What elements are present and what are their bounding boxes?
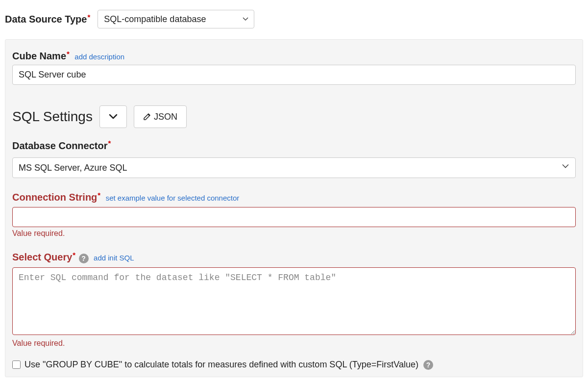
- set-example-value-link[interactable]: set example value for selected connector: [106, 194, 240, 202]
- json-button-label: JSON: [154, 112, 177, 122]
- connection-string-error: Value required.: [12, 229, 576, 238]
- required-star: *: [87, 13, 90, 21]
- required-star: *: [67, 50, 70, 58]
- connection-string-row: Connection String* set example value for…: [12, 191, 576, 238]
- connection-string-input[interactable]: [12, 207, 576, 227]
- data-source-type-row: Data Source Type* SQL-compatible databas…: [5, 10, 583, 28]
- select-query-textarea[interactable]: [12, 267, 576, 335]
- data-source-type-select[interactable]: SQL-compatible database: [98, 10, 254, 28]
- help-icon[interactable]: ?: [79, 254, 89, 263]
- connector-select-wrap: MS SQL Server, Azure SQL: [12, 155, 576, 178]
- cube-name-input[interactable]: [12, 65, 576, 85]
- group-by-cube-checkbox[interactable]: [12, 361, 21, 369]
- pencil-icon: [143, 113, 151, 121]
- group-by-cube-row: Use "GROUP BY CUBE" to calculate totals …: [12, 360, 576, 370]
- add-description-link[interactable]: add description: [74, 52, 124, 61]
- cube-name-row: Cube Name* add description: [12, 50, 576, 65]
- data-source-type-select-wrap: SQL-compatible database: [98, 10, 254, 28]
- cube-name-label: Cube Name: [12, 51, 66, 62]
- data-source-type-label: Data Source Type*: [5, 13, 90, 25]
- select-query-label: Select Query: [12, 252, 72, 263]
- config-panel: Cube Name* add description SQL Settings …: [5, 39, 583, 377]
- help-icon[interactable]: ?: [423, 360, 433, 370]
- sql-settings-expand-button[interactable]: [99, 105, 127, 128]
- select-query-row: Select Query* ? add init SQL Value requi…: [12, 251, 576, 348]
- group-by-cube-label: Use "GROUP BY CUBE" to calculate totals …: [24, 360, 418, 370]
- sql-settings-header: SQL Settings JSON: [12, 105, 576, 128]
- connector-row: Database Connector*: [12, 139, 576, 154]
- sql-settings-title: SQL Settings: [12, 109, 93, 125]
- connector-select[interactable]: MS SQL Server, Azure SQL: [12, 157, 576, 178]
- required-star: *: [98, 191, 100, 199]
- connection-string-label: Connection String: [12, 192, 97, 203]
- required-star: *: [73, 251, 75, 259]
- select-query-error: Value required.: [12, 339, 576, 348]
- add-init-sql-link[interactable]: add init SQL: [94, 254, 134, 262]
- required-star: *: [108, 139, 111, 147]
- chevron-down-icon: [109, 114, 118, 120]
- json-button[interactable]: JSON: [134, 105, 187, 128]
- connector-label: Database Connector: [12, 140, 108, 152]
